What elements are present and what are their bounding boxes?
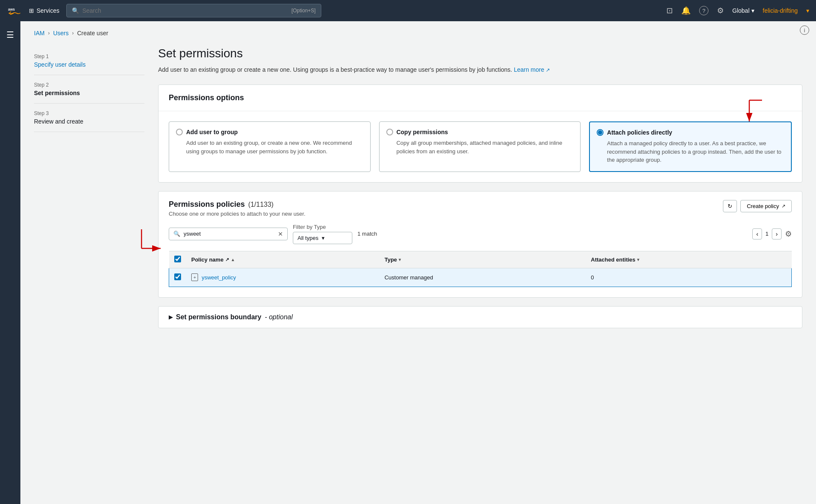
create-policy-button[interactable]: Create policy ↗ xyxy=(740,200,792,212)
attached-sort-icon[interactable]: ▾ xyxy=(637,257,639,262)
table-body: + ysweet_policy Customer managed 0 xyxy=(169,268,792,287)
boundary-optional: - optional xyxy=(265,313,293,321)
options-container: Add user to group Add user to an existin… xyxy=(169,121,792,172)
refresh-button[interactable]: ↻ xyxy=(723,200,737,212)
permissions-options-body: Add user to group Add user to an existin… xyxy=(159,111,802,182)
page-desc-text: Add user to an existing group or create … xyxy=(158,66,512,73)
policies-title-row: Permissions policies (1/1133) xyxy=(169,200,306,209)
search-input[interactable] xyxy=(82,7,288,14)
policies-count: (1/1133) xyxy=(248,201,274,208)
policies-title-area: Permissions policies (1/1133) Choose one… xyxy=(169,200,306,217)
search-shortcut: [Option+S] xyxy=(292,8,316,14)
option-attach-label: Attach policies directly xyxy=(607,129,672,136)
type-sort-icon[interactable]: ▾ xyxy=(399,257,401,262)
breadcrumb-users[interactable]: Users xyxy=(53,30,69,37)
row-policy-name-cell: + ysweet_policy xyxy=(186,268,380,287)
search-bar[interactable]: 🔍 [Option+S] xyxy=(66,4,321,17)
match-count: 1 match xyxy=(357,231,377,237)
option-add-desc: Add user to an existing group, or create… xyxy=(186,139,363,155)
policy-name-link[interactable]: ysweet_policy xyxy=(201,274,236,281)
step-2: Step 2 Set permissions xyxy=(34,75,144,104)
top-nav: aws ⊞ Services 🔍 [Option+S] ⊡ 🔔 ? ⚙ Glob… xyxy=(0,0,816,21)
radio-add-group[interactable] xyxy=(176,129,183,135)
permissions-options-card: Permissions options xyxy=(158,84,802,183)
type-chevron-icon: ▾ xyxy=(322,235,325,241)
policies-table-container: Policy name ↗ ▲ Type ▾ xyxy=(159,251,802,297)
breadcrumb-create-user: Create user xyxy=(77,30,108,37)
table-settings-icon[interactable]: ⚙ xyxy=(785,229,792,239)
steps-panel: Step 1 Specify user details Step 2 Set p… xyxy=(34,47,144,328)
row-attached-cell: 0 xyxy=(586,268,791,287)
policies-subtitle: Choose one or more policies to attach to… xyxy=(169,211,306,217)
search-icon-small: 🔍 xyxy=(173,231,180,237)
pagination-controls: ‹ 1 › ⚙ xyxy=(752,228,792,239)
row-checkbox[interactable] xyxy=(174,273,181,280)
help-icon[interactable]: ? xyxy=(699,6,708,15)
breadcrumb-sep-1: › xyxy=(48,30,50,36)
search-icon: 🔍 xyxy=(72,7,79,14)
radio-attach[interactable] xyxy=(597,129,604,136)
option-attach-desc: Attach a managed policy directly to a us… xyxy=(607,139,784,164)
row-attached-value: 0 xyxy=(591,274,594,281)
nav-region[interactable]: Global ▾ xyxy=(732,7,754,14)
permissions-options-list: Add user to group Add user to an existin… xyxy=(169,121,792,172)
policies-table: Policy name ↗ ▲ Type ▾ xyxy=(169,251,792,287)
policy-name-sort-icon[interactable]: ▲ xyxy=(231,257,235,262)
bell-icon[interactable]: 🔔 xyxy=(681,6,691,15)
nav-services[interactable]: ⊞ Services xyxy=(29,7,60,14)
policy-search-input[interactable] xyxy=(184,231,275,237)
policies-title: Permissions policies xyxy=(169,200,245,209)
filter-type-label: Filter by Type xyxy=(293,224,352,230)
policy-name-external-icon[interactable]: ↗ xyxy=(225,257,229,262)
permissions-options-header: Permissions options xyxy=(159,85,802,111)
table-row[interactable]: + ysweet_policy Customer managed 0 xyxy=(169,268,792,287)
permissions-boundary-card: ▶ Set permissions boundary - optional xyxy=(158,306,802,328)
next-page-button[interactable]: › xyxy=(772,228,782,239)
table-header-row: Policy name ↗ ▲ Type ▾ xyxy=(169,251,792,268)
th-type: Type ▾ xyxy=(380,251,586,268)
nav-user[interactable]: felicia-drifting xyxy=(763,7,798,14)
page-layout: Step 1 Specify user details Step 2 Set p… xyxy=(34,47,802,328)
breadcrumb: IAM › Users › Create user xyxy=(34,30,802,37)
permissions-policies-card: Permissions policies (1/1133) Choose one… xyxy=(158,191,802,298)
main-wrapper: IAM › Users › Create user Step 1 Specify… xyxy=(20,21,816,337)
option-attach-directly[interactable]: Attach policies directly Attach a manage… xyxy=(589,121,792,172)
th-type-label: Type xyxy=(385,256,397,263)
type-select[interactable]: All types ▾ xyxy=(293,232,352,244)
step-3-label: Step 3 xyxy=(34,110,144,116)
policy-expand-icon[interactable]: + xyxy=(191,273,198,281)
option-add-to-group[interactable]: Add user to group Add user to an existin… xyxy=(169,121,371,172)
boundary-expand-icon[interactable]: ▶ xyxy=(169,314,173,320)
radio-copy[interactable] xyxy=(386,129,393,135)
filter-controls: 🔍 ✕ Filter by Type All types ▾ xyxy=(169,224,792,244)
page-title: Set permissions xyxy=(158,47,802,60)
clear-search-icon[interactable]: ✕ xyxy=(278,231,283,237)
th-attached: Attached entities ▾ xyxy=(586,251,791,268)
boundary-title: ▶ Set permissions boundary - optional xyxy=(169,313,792,321)
info-icon[interactable]: i xyxy=(800,25,809,35)
row-checkbox-cell xyxy=(169,268,187,287)
aws-logo[interactable]: aws xyxy=(7,3,22,18)
select-all-checkbox[interactable] xyxy=(174,256,181,262)
option-copy-header: Copy permissions xyxy=(386,129,574,135)
prev-page-button[interactable]: ‹ xyxy=(752,228,762,239)
external-link-icon-create: ↗ xyxy=(782,203,785,209)
refresh-icon: ↻ xyxy=(728,203,732,209)
breadcrumb-iam[interactable]: IAM xyxy=(34,30,45,37)
create-policy-label: Create policy xyxy=(747,203,779,209)
hamburger-menu[interactable]: ☰ xyxy=(3,26,17,43)
th-checkbox xyxy=(169,251,187,268)
learn-more-link[interactable]: Learn more ↗ xyxy=(514,66,550,73)
external-link-icon: ↗ xyxy=(546,67,550,73)
grid-icon: ⊞ xyxy=(29,7,34,14)
policy-search-container[interactable]: 🔍 ✕ xyxy=(169,228,288,240)
step-1-label: Step 1 xyxy=(34,53,144,59)
chevron-down-icon: ▾ xyxy=(751,7,754,14)
option-copy-permissions[interactable]: Copy permissions Copy all group membersh… xyxy=(379,121,581,172)
filter-type-group: Filter by Type All types ▾ xyxy=(293,224,352,244)
terminal-icon[interactable]: ⊡ xyxy=(666,6,673,15)
settings-icon[interactable]: ⚙ xyxy=(717,6,724,15)
step-3-name: Review and create xyxy=(34,118,83,125)
step-2-current: Set permissions xyxy=(34,90,80,96)
step-1-link[interactable]: Specify user details xyxy=(34,61,85,68)
